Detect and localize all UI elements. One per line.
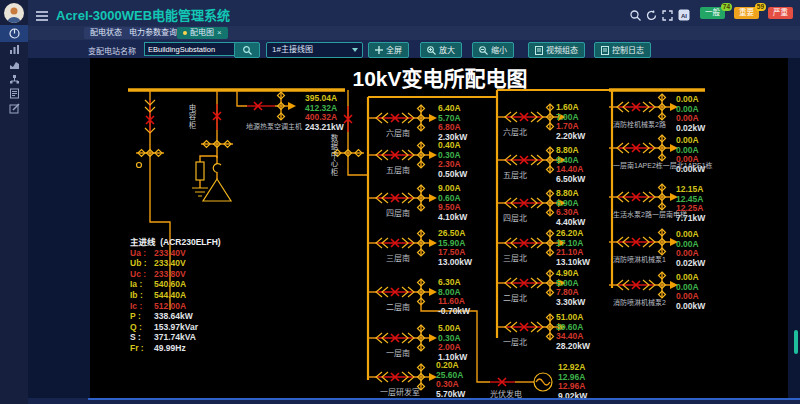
- zoom-in-icon: [427, 46, 436, 55]
- incoming-row: Ua :233.40V: [130, 248, 221, 259]
- cabinet-label-capacitor: 电容柜: [186, 104, 197, 130]
- power-icon: [9, 28, 20, 39]
- alarm-badge-label: 一般: [705, 8, 720, 17]
- zoom-out-button[interactable]: 缩小: [472, 42, 514, 58]
- button-label: 全屏: [386, 44, 402, 57]
- document-icon: [601, 46, 609, 55]
- search-icon[interactable]: [630, 7, 641, 25]
- incoming-row: S :371.74kVA: [130, 332, 221, 343]
- document-icon: [535, 46, 543, 55]
- feeder-values: 6.30A8.00A11.60A-0.70kW: [438, 278, 470, 316]
- sidebar-item-power-monitor[interactable]: [0, 25, 28, 42]
- feeder-values: 9.00A0.60A9.50A4.10kW: [438, 184, 467, 222]
- feeder-label: 五层北: [503, 169, 527, 180]
- feeder-values: 26.50A15.90A17.50A13.00kW: [438, 229, 472, 267]
- feeder-values: 0.00A0.00A0.00A0.02kW: [676, 230, 705, 268]
- button-label: 控制日志: [612, 44, 644, 57]
- feeder-values: 0.40A0.30A2.30A0.50kW: [438, 141, 467, 179]
- edit-icon: [9, 103, 20, 114]
- feeder-values: 0.20A25.60A0.30A5.70kW: [436, 361, 465, 399]
- fullscreen-button[interactable]: 全屏: [368, 42, 409, 58]
- incoming-row: Ub :233.40V: [130, 258, 221, 269]
- cabinet-label-data-center: 数据中心柜: [328, 134, 339, 177]
- alarm-badge-critical[interactable]: 严重: [768, 7, 793, 19]
- feeder-label: 地源热泵空调主机: [246, 121, 302, 131]
- feeder-values: 12.92A12.96A12.96A9.02kW: [558, 363, 587, 401]
- feeder-label: 生活水泵2路一层南电梯: [613, 209, 687, 219]
- diagram-select-value: 1#主接线图: [272, 45, 313, 54]
- incoming-title: 主进线 (ACR230ELFH): [130, 237, 221, 248]
- incoming-row: Ic :512.00A: [130, 301, 221, 312]
- chevron-down-icon: [352, 48, 358, 52]
- alarm-badge-label: 重要: [739, 8, 754, 17]
- sidebar: [0, 0, 28, 404]
- app-window: Acrel-3000WEB电能管理系统 AI 一般 74 重要 59 严重: [0, 0, 800, 404]
- refresh-icon[interactable]: [646, 7, 657, 25]
- feeder-values: 1.60A7.00A1.70A2.20kW: [556, 103, 585, 141]
- incoming-row: P :338.64kW: [130, 311, 221, 322]
- feeder-values: 8.80A9.40A14.40A6.50kW: [556, 146, 585, 184]
- feeder-label: 四层北: [503, 212, 527, 223]
- station-name-label: 变配电站名称: [88, 45, 136, 56]
- tab-distribution-diagram[interactable]: 配电图 ×: [177, 27, 228, 39]
- sidebar-item-edit[interactable]: [0, 100, 28, 117]
- incoming-row: Ia :540.60A: [130, 279, 221, 290]
- feeder-label: 消防喷淋机械泵2: [613, 297, 666, 307]
- control-log-button[interactable]: 控制日志: [594, 42, 651, 58]
- feeder-label: 三层南: [386, 252, 410, 263]
- button-label: 视频组态: [546, 44, 578, 57]
- feeder-label: 消防栓机械泵2路: [613, 119, 666, 129]
- bar-chart-icon: [9, 44, 20, 55]
- station-search-input[interactable]: [144, 42, 236, 56]
- feeder-label: 六层北: [503, 126, 527, 137]
- avatar-icon: [4, 3, 24, 23]
- alarm-badge-label: 严重: [773, 8, 788, 17]
- user-avatar[interactable]: [4, 3, 24, 23]
- feeder-values: 4.90A5.00A7.80A3.30kW: [556, 269, 585, 307]
- feeder-values: 51.00A39.60A34.40A28.20kW: [556, 313, 590, 351]
- fullscreen-icon[interactable]: [662, 7, 673, 25]
- feeder-label: 二层北: [503, 292, 527, 303]
- alarm-badge-general[interactable]: 一般 74: [700, 7, 725, 19]
- incoming-row: Uc :233.80V: [130, 269, 221, 280]
- toolbar: 变配电站名称 1#主接线图 全屏 放大 缩小 视频组态 控制日志: [28, 40, 800, 58]
- feeder-values: 0.00A0.00A0.00A0.00kW: [676, 273, 705, 311]
- close-icon[interactable]: ×: [217, 27, 222, 39]
- alarm-badge-count: 59: [755, 3, 766, 11]
- feeder-label: 消防喷淋机械泵1: [613, 254, 666, 264]
- area-chart-icon: [9, 59, 20, 70]
- menu-icon[interactable]: [36, 7, 48, 25]
- incoming-row: Q :153.97kVar: [130, 322, 221, 333]
- diagram-select[interactable]: 1#主接线图: [266, 42, 363, 58]
- report-icon: [9, 88, 20, 99]
- header: Acrel-3000WEB电能管理系统 AI 一般 74 重要 59 严重: [28, 0, 800, 26]
- feeder-values: 6.40A5.70A6.80A2.30kW: [438, 104, 467, 142]
- svg-text:AI: AI: [681, 13, 687, 19]
- feeder-label: 一层南: [386, 347, 410, 358]
- tab-power-status[interactable]: 配电状态: [84, 27, 128, 39]
- feeder-label: 一层研发室: [380, 386, 420, 397]
- feeder-values: 395.04A 412.32A 400.32A 243.21kW: [305, 94, 344, 132]
- zoom-out-icon: [479, 46, 488, 55]
- search-button[interactable]: [234, 42, 260, 58]
- tab-label: 配电状态: [90, 27, 122, 39]
- active-dot-icon: [183, 31, 187, 35]
- feeder-label: 三层北: [503, 252, 527, 263]
- alarm-badge-important[interactable]: 重要 59: [734, 7, 759, 19]
- alarm-badge-count: 74: [721, 3, 732, 11]
- bottom-accent-line: [88, 398, 800, 400]
- plus-icon: [375, 46, 383, 54]
- feeder-label: 二层南: [386, 301, 410, 312]
- zoom-in-button[interactable]: 放大: [420, 42, 462, 58]
- feeder-label: 四层南: [386, 207, 410, 218]
- search-icon: [243, 46, 252, 55]
- video-config-button[interactable]: 视频组态: [528, 42, 585, 58]
- tab-label: 电力参数查询: [129, 27, 177, 39]
- incoming-row: Ib :544.40A: [130, 290, 221, 301]
- button-label: 放大: [439, 44, 455, 57]
- tab-label: 配电图: [190, 27, 214, 39]
- vertical-scrollbar[interactable]: [794, 330, 798, 354]
- ai-icon[interactable]: AI: [678, 7, 690, 25]
- diagram-title: 10kV变电所配电图: [250, 62, 630, 92]
- feeder-values: 26.20A17.10A21.10A13.10kW: [556, 229, 590, 267]
